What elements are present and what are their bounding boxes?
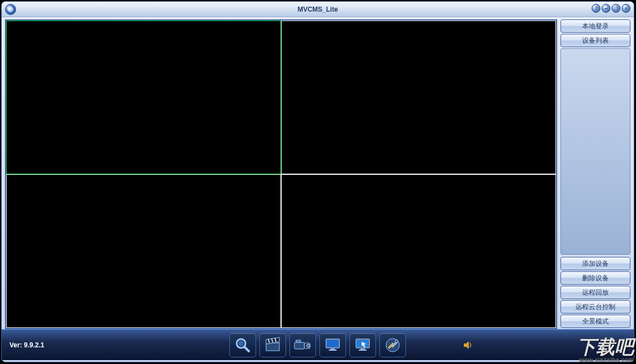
svg-point-10: [307, 344, 310, 347]
screen-arrow-icon: [354, 336, 372, 354]
version-label: Ver: 9.9.2.1: [9, 341, 44, 349]
panorama-mode-button[interactable]: 全景模式: [560, 315, 630, 328]
remote-playback-button[interactable]: 远程回放: [560, 286, 630, 299]
monitor-icon: [324, 336, 342, 354]
svg-rect-14: [330, 348, 335, 350]
video-cell-2[interactable]: [281, 21, 556, 174]
search-tool-button[interactable]: [229, 333, 256, 357]
add-device-button[interactable]: 添加设备: [560, 257, 630, 270]
svg-rect-3: [266, 343, 279, 351]
main-body: 本地登录 设备列表 添加设备 删除设备 远程回放 远程云台控制 全景模式: [2, 17, 634, 329]
clapperboard-icon: [264, 336, 282, 354]
close-button[interactable]: ×: [622, 4, 630, 13]
camcorder-icon: [293, 337, 312, 353]
svg-rect-13: [327, 340, 338, 347]
video-grid-area: [5, 19, 557, 329]
speaker-icon: [463, 340, 473, 350]
magnifier-icon: [234, 336, 252, 354]
sidebar: 本地登录 设备列表 添加设备 删除设备 远程回放 远程云台控制 全景模式: [560, 19, 630, 329]
toolbar-icons: [229, 333, 406, 357]
camera-tool-button[interactable]: [289, 333, 316, 357]
video-cell-3[interactable]: [6, 174, 281, 328]
svg-rect-11: [296, 340, 301, 342]
display-tool-button[interactable]: [319, 333, 346, 357]
app-icon: [5, 4, 16, 15]
local-login-button[interactable]: 本地登录: [560, 19, 630, 33]
window-title: MVCMS_Lite: [2, 6, 634, 13]
video-cell-4[interactable]: [281, 174, 556, 328]
app-window: MVCMS_Lite ? ‒ □ × 本地登录 设备列表 添加设备 删除设备 远…: [1, 1, 634, 362]
delete-device-button[interactable]: 删除设备: [560, 271, 630, 285]
maximize-button[interactable]: □: [612, 4, 620, 13]
svg-rect-15: [329, 350, 337, 351]
record-tool-button[interactable]: [259, 333, 286, 357]
remote-ptz-button[interactable]: 远程云台控制: [560, 300, 630, 314]
device-list-panel[interactable]: [560, 48, 630, 255]
svg-marker-23: [464, 341, 469, 349]
minimize-button[interactable]: ‒: [602, 4, 610, 13]
help-button[interactable]: ?: [592, 4, 600, 13]
svg-line-2: [244, 347, 249, 351]
svg-rect-18: [360, 348, 365, 350]
svg-point-1: [238, 341, 244, 346]
settings-tool-button[interactable]: [379, 333, 406, 357]
capture-tool-button[interactable]: [349, 333, 376, 357]
svg-point-22: [395, 340, 398, 342]
footer-toolbar: Ver: 9.9.2.1: [2, 329, 634, 360]
volume-button[interactable]: [463, 340, 473, 350]
video-cell-1[interactable]: [6, 21, 281, 174]
titlebar: MVCMS_Lite ? ‒ □ ×: [2, 2, 634, 17]
svg-rect-8: [294, 342, 304, 349]
svg-rect-19: [359, 350, 367, 351]
tools-icon: [384, 336, 402, 354]
device-list-button[interactable]: 设备列表: [560, 34, 630, 47]
video-grid: [6, 21, 556, 328]
window-controls: ? ‒ □ ×: [592, 4, 630, 13]
